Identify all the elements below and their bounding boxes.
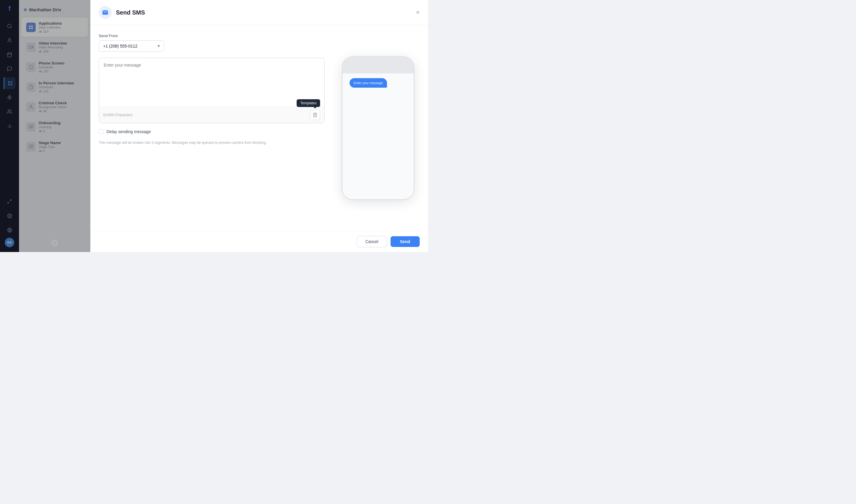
delay-checkbox[interactable] xyxy=(99,129,103,134)
modal-header: Send SMS × xyxy=(90,0,428,25)
modal-title: Send SMS xyxy=(116,9,145,16)
send-from-label: Send From xyxy=(99,34,325,38)
send-button[interactable]: Send xyxy=(391,236,420,247)
modal-header-icon xyxy=(99,6,112,19)
message-textarea[interactable] xyxy=(99,58,324,106)
send-from-select[interactable]: +1 (208) 555-0112 xyxy=(99,40,164,52)
phone-frame: Enter your message xyxy=(342,57,414,199)
cancel-button[interactable]: Cancel xyxy=(357,236,387,247)
send-from-wrapper: +1 (208) 555-0112 ▼ xyxy=(99,40,164,52)
phone-bubble: Enter your message xyxy=(350,78,387,88)
modal-body: Send From +1 (208) 555-0112 ▼ 0/1000 Cha… xyxy=(90,25,428,231)
templates-button[interactable] xyxy=(310,110,320,120)
phone-bottom xyxy=(342,187,414,199)
send-sms-modal: Send SMS × Send From +1 (208) 555-0112 ▼ xyxy=(90,0,428,252)
delay-label[interactable]: Delay sending message xyxy=(106,129,151,134)
segment-warning: This message will be broken into 3 segme… xyxy=(99,140,325,145)
modal-overlay: Send SMS × Send From +1 (208) 555-0112 ▼ xyxy=(0,0,428,252)
templates-wrapper: Templates xyxy=(310,110,320,120)
phone-body: Enter your message xyxy=(342,73,414,187)
char-count: 0/1000 Characters xyxy=(103,113,132,117)
message-box: 0/1000 Characters Templates xyxy=(99,58,325,123)
phone-notch xyxy=(342,57,414,73)
form-section: Send From +1 (208) 555-0112 ▼ 0/1000 Cha… xyxy=(99,34,325,222)
modal-footer: Cancel Send xyxy=(90,231,428,252)
message-footer: 0/1000 Characters Templates xyxy=(99,107,324,123)
phone-preview-section: Enter your message xyxy=(336,34,420,222)
delay-row: Delay sending message xyxy=(99,129,325,134)
modal-close-button[interactable]: × xyxy=(416,9,420,16)
